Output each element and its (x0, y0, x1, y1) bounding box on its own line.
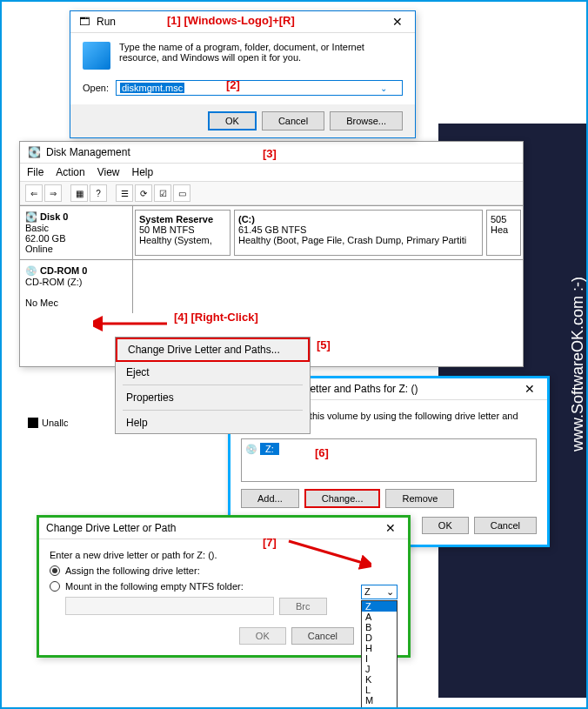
add-button[interactable]: Add... (241, 489, 299, 508)
context-separator (123, 410, 303, 411)
toolbar-grid-icon[interactable]: ▦ (70, 184, 88, 202)
legend-unallocated: Unallc (28, 418, 69, 428)
ok-button[interactable]: OK (239, 627, 286, 645)
drive-item[interactable]: Z: (260, 443, 279, 455)
disk0-info[interactable]: 💽 Disk 0 Basic 62.00 GB Online (20, 206, 133, 259)
context-help[interactable]: Help (116, 412, 310, 433)
path-title: Change Drive Letter or Path (46, 522, 380, 534)
cdrom-info[interactable]: 💿 CD-ROM 0 CD-ROM (Z:) No Mec (20, 260, 133, 313)
open-label: Open: (83, 83, 109, 93)
toolbar-refresh-icon[interactable]: ⟳ (135, 184, 152, 202)
partition-c[interactable]: (C:) 61.45 GB NTFS Healthy (Boot, Page F… (234, 210, 483, 256)
drive-option[interactable]: A (362, 612, 397, 622)
toolbar-x-icon[interactable]: ▭ (173, 184, 190, 202)
drive-option[interactable]: I (362, 653, 397, 664)
drive-option[interactable]: B (362, 622, 397, 632)
drive-option[interactable]: N (362, 706, 397, 709)
menubar: File Action View Help (20, 164, 523, 182)
chevron-down-icon: ⌄ (386, 586, 394, 598)
ok-button[interactable]: OK (422, 517, 469, 534)
change-button[interactable]: Change... (304, 489, 381, 508)
drive-option[interactable]: M (362, 695, 397, 706)
dropdown-icon[interactable]: ⌄ (380, 84, 387, 93)
svg-line-2 (289, 541, 363, 563)
partition-extra[interactable]: 505 Hea (486, 210, 521, 256)
close-icon[interactable]: ✕ (519, 382, 540, 396)
legend-swatch (28, 418, 38, 428)
browse-button[interactable]: Brc (279, 598, 327, 615)
context-change-drive[interactable]: Change Drive Letter and Paths... (116, 338, 310, 362)
drive-option[interactable]: Z (362, 601, 397, 612)
drive-option[interactable]: H (362, 643, 397, 653)
cdrom-panel: 💿 CD-ROM 0 CD-ROM (Z:) No Mec (20, 259, 523, 313)
menu-action[interactable]: Action (56, 166, 84, 178)
assign-label: Assign the following drive letter: (65, 565, 200, 576)
run-input[interactable]: diskmgmt.msc (116, 80, 403, 96)
browse-button[interactable]: Browse... (330, 111, 403, 130)
menu-file[interactable]: File (27, 166, 43, 178)
context-properties[interactable]: Properties (116, 387, 310, 408)
cancel-button[interactable]: Cancel (291, 627, 354, 645)
drive-option[interactable]: L (362, 685, 397, 695)
toolbar-list-icon[interactable]: ☰ (116, 184, 133, 202)
toolbar-back-icon[interactable]: ⇐ (25, 184, 43, 202)
menu-help[interactable]: Help (132, 166, 154, 178)
run-dialog: 🗔 Run ✕ Type the name of a program, fold… (70, 10, 416, 138)
toolbar-fwd-icon[interactable]: ⇒ (44, 184, 62, 202)
drive-letter-dropdown: ZABDHIJKLMN (361, 600, 398, 709)
mount-path-input[interactable] (65, 597, 274, 615)
arrow-4 (93, 315, 171, 332)
remove-button[interactable]: Remove (385, 489, 454, 508)
mount-label: Mount in the following empty NTFS folder… (65, 581, 244, 592)
toolbar-prop-icon[interactable]: ☑ (154, 184, 171, 202)
cancel-button[interactable]: Cancel (474, 517, 537, 534)
radio-assign[interactable] (50, 565, 60, 576)
partition-system[interactable]: System Reserve 50 MB NTFS Healthy (Syste… (135, 210, 231, 256)
ok-button[interactable]: OK (208, 111, 257, 130)
run-description: Type the name of a program, folder, docu… (119, 42, 403, 63)
radio-mount[interactable] (50, 581, 60, 592)
disk0-panel: 💽 Disk 0 Basic 62.00 GB Online System Re… (20, 205, 523, 259)
close-icon[interactable]: ✕ (387, 15, 408, 29)
drive-icon: 💿 (245, 444, 257, 454)
drive-option[interactable]: D (362, 632, 397, 643)
annotation-5: [5] (317, 338, 331, 351)
drive-letter-select[interactable]: Z⌄ (361, 585, 398, 599)
toolbar-help-icon[interactable]: ? (90, 184, 107, 202)
diskmgmt-title: Disk Management (46, 146, 516, 158)
annotation-1: [1] [Windows-Logo]+[R] (167, 14, 295, 27)
run-big-icon (83, 42, 110, 70)
context-menu: Change Drive Letter and Paths... Eject P… (115, 337, 311, 434)
annotation-6: [6] (315, 446, 329, 459)
annotation-3: [3] (263, 147, 277, 160)
disk-icon: 💽 (27, 145, 41, 159)
cancel-button[interactable]: Cancel (262, 111, 324, 130)
context-eject[interactable]: Eject (116, 362, 310, 383)
annotation-4: [4] [Right-Click] (174, 311, 258, 324)
drive-list[interactable]: 💿 Z: (241, 438, 537, 482)
menu-view[interactable]: View (97, 166, 120, 178)
drive-option[interactable]: J (362, 664, 397, 674)
annotation-7: [7] (263, 536, 277, 549)
close-icon[interactable]: ✕ (380, 521, 401, 535)
arrow-7 (284, 537, 371, 572)
drive-option[interactable]: K (362, 674, 397, 685)
toolbar: ⇐ ⇒ ▦ ? ☰ ⟳ ☑ ▭ (20, 182, 523, 205)
watermark-side: www.SoftwareOK.com :-) (569, 276, 587, 451)
run-icon: 🗔 (77, 15, 91, 29)
disk-management-window: 💽 Disk Management File Action View Help … (19, 141, 524, 367)
context-separator (123, 385, 303, 385)
annotation-2: [2] (226, 78, 240, 91)
